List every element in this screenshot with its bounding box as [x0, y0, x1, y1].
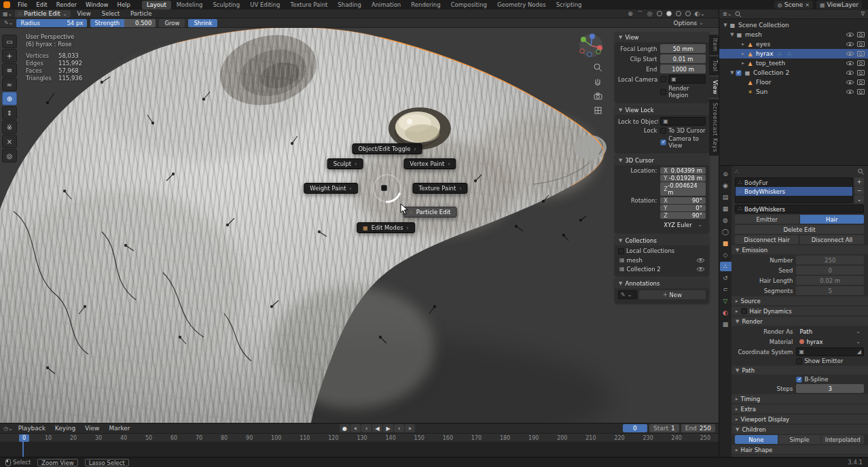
- disconnect-all-button[interactable]: Disconnect All: [800, 235, 864, 244]
- workspace-tab-shading[interactable]: Shading: [333, 1, 366, 10]
- auto-keying-button[interactable]: ●: [340, 424, 350, 432]
- jump-to-start-button[interactable]: «: [350, 424, 361, 432]
- cursor-rotation-z[interactable]: Z90°: [660, 212, 706, 219]
- panel-annotations-header[interactable]: ▼ Annotations: [615, 278, 709, 288]
- hair-button[interactable]: Hair: [800, 215, 865, 224]
- tool-weight-icon[interactable]: ◎: [2, 149, 17, 162]
- editor-type-icon[interactable]: ▦⌄: [3, 11, 12, 17]
- source-panel-header[interactable]: ▸Source: [731, 296, 868, 305]
- eye-icon[interactable]: [697, 265, 704, 273]
- frame-start-field[interactable]: Start1: [649, 424, 679, 432]
- move-view-icon[interactable]: [594, 77, 602, 86]
- workspace-tab-texture-paint[interactable]: Texture Paint: [286, 1, 333, 10]
- pie-edit-modes[interactable]: ▦ Edit Modes›: [357, 222, 415, 233]
- workspace-tab-compositing[interactable]: Compositing: [446, 1, 492, 10]
- rotation-order-dropdown[interactable]: XYZ Euler⌄: [660, 220, 706, 229]
- annotation-layer-field[interactable]: ✎⌄: [618, 290, 637, 299]
- sidebar-tab-tool[interactable]: Tool: [709, 56, 719, 75]
- local-collections-checkbox[interactable]: [618, 248, 624, 254]
- menu-help[interactable]: Help: [113, 0, 134, 10]
- outliner-row-floor[interactable]: ▲ Floor: [719, 77, 868, 87]
- blender-logo-icon[interactable]: [3, 1, 10, 8]
- tab-texture-icon[interactable]: ▩: [720, 319, 731, 329]
- play-reverse-button[interactable]: ◀: [372, 424, 382, 432]
- outliner-row-collection-2[interactable]: ▼ ▦ Collection 2: [719, 68, 868, 77]
- next-keyframe-button[interactable]: ›: [394, 424, 404, 432]
- disable-render-icon[interactable]: [857, 51, 865, 56]
- particle-system-bodywhiskers[interactable]: ∴ BodyWhiskers: [736, 187, 852, 196]
- tab-physics-icon[interactable]: ↺: [720, 273, 731, 283]
- eye-icon[interactable]: [697, 256, 704, 264]
- to-3d-cursor-checkbox[interactable]: [660, 128, 666, 134]
- annotation-new-button[interactable]: + New: [639, 290, 706, 299]
- workspace-tab-uv-editing[interactable]: UV Editing: [245, 1, 285, 10]
- segments-field[interactable]: 5: [796, 286, 864, 295]
- search-icon[interactable]: [735, 11, 742, 18]
- pie-weight-paint[interactable]: Weight Paint›: [304, 183, 358, 194]
- orthographic-toggle-icon[interactable]: [594, 106, 602, 115]
- panel-view-lock-header[interactable]: ▼ View Lock: [615, 105, 709, 115]
- unlink-icon[interactable]: ✕: [805, 2, 810, 8]
- viewport-display-panel-header[interactable]: ▸Viewport Display: [731, 415, 868, 423]
- cursor-location-x[interactable]: X0.04399 m: [660, 167, 706, 174]
- frame-end-field[interactable]: End250: [681, 424, 715, 432]
- disable-render-icon[interactable]: [857, 32, 865, 37]
- timing-panel-header[interactable]: ▸Timing: [731, 394, 868, 403]
- tab-constraints-icon[interactable]: ⊂: [720, 285, 731, 294]
- shading-rendered-icon[interactable]: [685, 11, 691, 16]
- hide-viewport-icon[interactable]: [846, 50, 854, 58]
- outliner-row-sun[interactable]: ☀ Sun: [719, 87, 868, 97]
- view-layer-selector[interactable]: ▦ ViewLayer: [816, 1, 862, 9]
- transform-orientation-icon[interactable]: ⊕: [628, 10, 633, 17]
- tab-scene-icon[interactable]: ◍: [720, 215, 731, 225]
- panel-collections-header[interactable]: ▼ Collections: [615, 235, 709, 245]
- hide-viewport-icon[interactable]: [846, 69, 854, 77]
- delete-edit-button[interactable]: Delete Edit: [735, 225, 864, 234]
- camera-to-view-checkbox[interactable]: [660, 139, 666, 145]
- children-simple-button[interactable]: Simple: [778, 435, 822, 444]
- clip-end-field[interactable]: 1000 m: [660, 65, 706, 73]
- path-panel-header[interactable]: ▼Path: [731, 366, 868, 375]
- panel-view-header[interactable]: ▼ View: [615, 32, 709, 42]
- tab-output-icon[interactable]: ▤: [720, 192, 731, 202]
- tab-particles-icon[interactable]: ∴: [720, 262, 731, 271]
- pie-vertex-paint[interactable]: Vertex Paint›: [403, 158, 456, 169]
- pie-texture-paint[interactable]: Texture Paint›: [412, 183, 467, 194]
- children-interpolated-button[interactable]: Interpolated: [821, 435, 864, 444]
- brush-icon[interactable]: ✎⌄: [4, 20, 13, 26]
- snap-magnet-icon[interactable]: ⌒: [637, 10, 643, 18]
- panel-3d-cursor-header[interactable]: ▼ 3D Cursor: [615, 155, 709, 165]
- tool-tweak-icon[interactable]: ▭: [2, 35, 17, 48]
- collection-row-collection2[interactable]: ▦ Collection 2: [618, 264, 706, 273]
- proportional-edit-icon[interactable]: ◎: [647, 10, 653, 17]
- disable-render-icon[interactable]: [857, 80, 865, 85]
- menu-window[interactable]: Window: [82, 0, 113, 10]
- seed-field[interactable]: 0: [796, 266, 864, 275]
- expand-arrow-icon[interactable]: ▸: [740, 51, 746, 56]
- material-dropdown[interactable]: hyrax⌄: [796, 337, 864, 346]
- number-field[interactable]: 250: [796, 256, 864, 264]
- grow-button[interactable]: Grow: [159, 19, 185, 27]
- outliner-row-mesh[interactable]: ▼ ▦ mesh: [719, 30, 868, 39]
- timeline-ruler[interactable]: 0102030405060708090100110120130140150160…: [0, 434, 719, 443]
- extra-panel-header[interactable]: ▸Extra: [731, 404, 868, 413]
- tab-object-icon[interactable]: ■: [720, 239, 731, 248]
- hide-viewport-icon[interactable]: [846, 41, 854, 48]
- outliner-row-scene-collection[interactable]: ▼ ▦ Scene Collection: [719, 20, 868, 30]
- navigation-gizmo[interactable]: [579, 33, 603, 58]
- tab-view-layer-icon[interactable]: ▦: [720, 204, 731, 213]
- children-panel-header[interactable]: ▼Children: [731, 425, 868, 434]
- remove-system-button[interactable]: −: [854, 186, 864, 194]
- tool-length-icon[interactable]: ⇕: [2, 106, 17, 120]
- expand-arrow-icon[interactable]: ▼: [729, 70, 736, 75]
- jump-to-end-button[interactable]: »: [405, 424, 415, 432]
- hide-viewport-icon[interactable]: [846, 88, 854, 96]
- menu-particle[interactable]: Particle: [126, 9, 156, 18]
- hair-dynamics-panel-header[interactable]: ▸Hair Dynamics: [731, 307, 868, 315]
- playhead-frame-badge[interactable]: 0: [19, 434, 29, 442]
- outliner-row-eyes[interactable]: ▸ ▲ eyes: [719, 39, 868, 49]
- menu-keying[interactable]: Keying: [51, 425, 79, 432]
- play-button[interactable]: ▶: [383, 424, 393, 432]
- mode-selector[interactable]: ∴ Particle Edit ⌄: [15, 10, 70, 18]
- workspace-tab-scripting[interactable]: Scripting: [551, 1, 587, 10]
